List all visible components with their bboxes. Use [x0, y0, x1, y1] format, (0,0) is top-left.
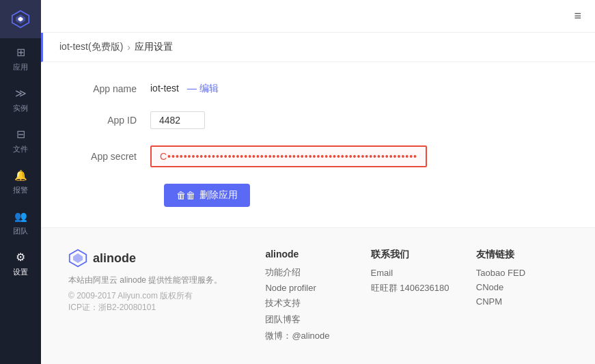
app-secret-label: App secret [68, 151, 150, 162]
topbar: ≡ [41, 0, 595, 33]
sidebar-item-alert[interactable]: 报警 [0, 161, 41, 202]
settings-icon [16, 250, 25, 264]
breadcrumb: iot-test(免费版) › 应用设置 [41, 33, 595, 62]
footer-link-weibo[interactable]: 微博：@alinode [265, 330, 357, 342]
sidebar-item-settings-label: 设置 [13, 267, 28, 277]
footer-brand: alinode 本站由阿里云 alinode 提供性能管理服务。 © 2009-… [68, 249, 251, 346]
delete-button-label: 删除应用 [199, 189, 238, 201]
hamburger-menu-icon[interactable]: ≡ [574, 9, 581, 23]
alert-icon [14, 168, 27, 182]
footer-icp: ICP证：浙B2-20080101 [68, 302, 251, 313]
footer-link-support[interactable]: 技术支持 [265, 297, 357, 309]
footer: alinode 本站由阿里云 alinode 提供性能管理服务。 © 2009-… [41, 227, 595, 364]
app-secret-row: App secret C••••••••••••••••••••••••••••… [68, 145, 568, 167]
breadcrumb-current: 应用设置 [135, 41, 173, 53]
footer-col-friends: 友情链接 Taobao FED CNode CNPM [476, 249, 568, 346]
app-name-value: iot-test — 编辑 [150, 83, 219, 95]
footer-link-email[interactable]: Email [371, 268, 462, 278]
svg-marker-4 [73, 253, 83, 263]
footer-link-blog[interactable]: 团队博客 [265, 313, 357, 326]
logo-icon [11, 10, 30, 29]
footer-col-friends-title: 友情链接 [476, 249, 568, 261]
sidebar-item-settings[interactable]: 设置 [0, 243, 41, 284]
sidebar-item-apps-label: 应用 [13, 62, 28, 72]
sidebar-logo[interactable] [0, 0, 41, 38]
main-area: ≡ iot-test(免费版) › 应用设置 App name iot-test… [41, 0, 595, 364]
footer-col-contact: 联系我们 Email 旺旺群 1406236180 [371, 249, 462, 346]
footer-copyright: © 2009-2017 Aliyun.com 版权所有 [68, 290, 251, 302]
team-icon [14, 209, 27, 223]
footer-logo-area: alinode [68, 249, 251, 268]
app-name-row: App name iot-test — 编辑 [68, 83, 568, 95]
footer-link-wangwang[interactable]: 旺旺群 1406236180 [371, 282, 462, 294]
footer-link-profiler[interactable]: Node profiler [265, 283, 357, 293]
sidebar: 应用 实例 文件 报警 团队 设置 [0, 0, 41, 364]
footer-link-cnode[interactable]: CNode [476, 282, 568, 292]
trash-icon: 🗑 [176, 190, 195, 201]
footer-col-contact-title: 联系我们 [371, 249, 462, 261]
sidebar-item-instance-label: 实例 [13, 103, 28, 113]
breadcrumb-parent[interactable]: iot-test(免费版) [59, 41, 123, 53]
app-id-label: App ID [68, 115, 150, 126]
app-secret-value[interactable]: C•••••••••••••••••••••••••••••••••••••••… [150, 145, 427, 167]
sidebar-item-alert-label: 报警 [13, 185, 28, 195]
footer-link-taobao-fed[interactable]: Taobao FED [476, 268, 568, 278]
app-id-value: 4482 [150, 111, 205, 129]
footer-link-features[interactable]: 功能介绍 [265, 266, 357, 279]
app-name-edit-link[interactable]: — 编辑 [187, 83, 219, 94]
sidebar-item-instance[interactable]: 实例 [0, 79, 41, 120]
instance-icon [15, 86, 27, 100]
sidebar-item-file[interactable]: 文件 [0, 120, 41, 161]
content-area: iot-test(免费版) › 应用设置 App name iot-test —… [41, 33, 595, 364]
breadcrumb-separator: › [127, 42, 130, 53]
footer-col-alinode: alinode 功能介绍 Node profiler 技术支持 团队博客 微博：… [265, 249, 357, 346]
settings-form: App name iot-test — 编辑 App ID 4482 App s… [41, 62, 595, 227]
footer-logo-icon [68, 249, 87, 268]
sidebar-item-apps[interactable]: 应用 [0, 38, 41, 79]
sidebar-item-file-label: 文件 [13, 144, 28, 154]
sidebar-item-team[interactable]: 团队 [0, 202, 41, 243]
apps-icon [16, 45, 25, 59]
delete-app-button[interactable]: 🗑 删除应用 [164, 184, 250, 207]
file-icon [16, 127, 25, 141]
sidebar-item-team-label: 团队 [13, 226, 28, 236]
app-name-label: App name [68, 83, 150, 94]
footer-col-alinode-title: alinode [265, 249, 357, 260]
app-id-row: App ID 4482 [68, 111, 568, 129]
footer-logo-text: alinode [93, 251, 136, 266]
footer-desc: 本站由阿里云 alinode 提供性能管理服务。 [68, 275, 251, 286]
footer-link-cnpm[interactable]: CNPM [476, 296, 568, 307]
